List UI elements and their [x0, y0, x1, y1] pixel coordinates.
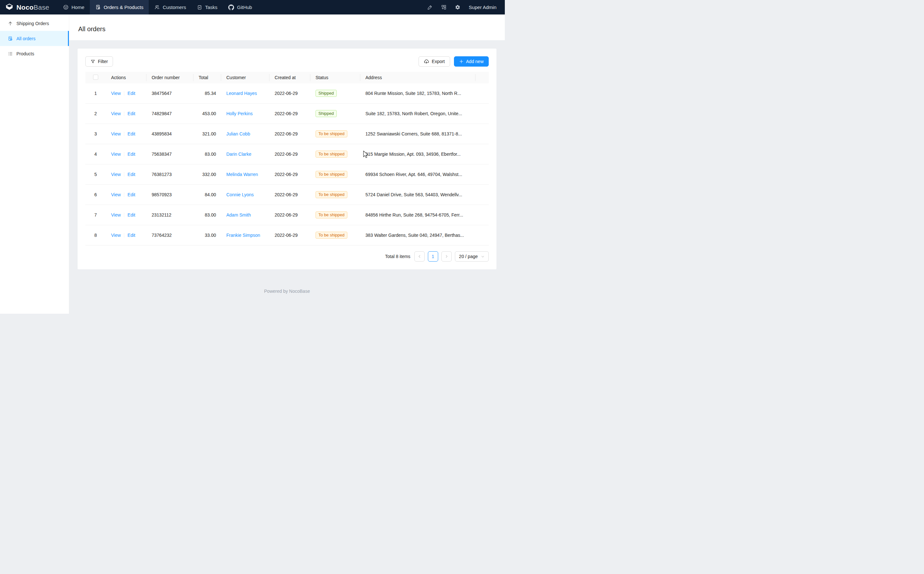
column-header-customer: Customer — [221, 72, 270, 84]
top-navbar: NocoBase Home Orders & Products Customer… — [0, 0, 505, 14]
total-cell: 33.00 — [193, 225, 221, 246]
nav-item-orders-products[interactable]: Orders & Products — [90, 0, 149, 14]
filter-button-label: Filter — [98, 59, 108, 64]
view-link[interactable]: View — [111, 233, 121, 238]
status-badge: To be shipped — [316, 151, 347, 158]
address-cell: 5724 Daniel Drive, Suite 563, 54403, Wen… — [360, 184, 475, 205]
row-index: 4 — [85, 144, 106, 164]
edit-link[interactable]: Edit — [128, 212, 135, 218]
nav-item-home[interactable]: Home — [58, 0, 90, 14]
total-cell: 321.00 — [193, 124, 221, 144]
export-button[interactable]: Export — [419, 56, 450, 66]
edit-link[interactable]: Edit — [128, 91, 135, 96]
view-link[interactable]: View — [111, 91, 121, 96]
empty-cell — [475, 205, 489, 225]
edit-link[interactable]: Edit — [128, 172, 135, 177]
filter-button[interactable]: Filter — [85, 56, 113, 66]
created-at-cell: 2022-06-29 — [270, 184, 310, 205]
customer-cell: Darin Clarke — [221, 144, 270, 164]
customer-link[interactable]: Frankie Simpson — [226, 233, 260, 238]
order-number-cell: 73764232 — [147, 225, 193, 246]
nav-item-label: GitHub — [237, 5, 252, 10]
customer-link[interactable]: Leonard Hayes — [226, 91, 257, 96]
table-row: 2ViewEdit74829847453.00Holly Perkins2022… — [85, 104, 489, 124]
total-cell: 332.00 — [193, 164, 221, 184]
sidebar-item-all-orders[interactable]: All orders — [0, 31, 69, 46]
total-cell: 83.00 — [193, 205, 221, 225]
page-size-select[interactable]: 20 / page — [455, 251, 489, 262]
order-number-cell: 74829847 — [147, 104, 193, 124]
add-new-button[interactable]: Add new — [454, 56, 489, 66]
view-link[interactable]: View — [111, 212, 121, 218]
chevron-left-icon — [418, 254, 422, 259]
status-badge: Shipped — [316, 110, 337, 117]
orders-table-body: 1ViewEdit3847564785.34Leonard Hayes2022-… — [85, 84, 489, 246]
nav-item-label: Home — [71, 5, 84, 10]
address-cell: 804 Runte Mission, Suite 182, 15783, Nor… — [360, 84, 475, 104]
order-number-cell: 76381273 — [147, 164, 193, 184]
row-actions: ViewEdit — [106, 144, 147, 164]
table-row: 1ViewEdit3847564785.34Leonard Hayes2022-… — [85, 84, 489, 104]
order-number-cell: 38475647 — [147, 84, 193, 104]
sidebar-item-label: All orders — [16, 36, 35, 41]
user-menu[interactable]: Super Admin — [469, 5, 496, 10]
total-cell: 83.00 — [193, 144, 221, 164]
nav-item-customers[interactable]: Customers — [149, 0, 191, 14]
customer-link[interactable]: Holly Perkins — [226, 111, 253, 116]
chevron-right-icon — [445, 254, 449, 259]
created-at-cell: 2022-06-29 — [270, 124, 310, 144]
pagination-page-1[interactable]: 1 — [428, 251, 438, 262]
pagination-total: Total 8 items — [385, 254, 411, 259]
nav-item-label: Orders & Products — [104, 5, 143, 10]
table-row: 3ViewEdit43895834321.00Julian Cobb2022-0… — [85, 124, 489, 144]
pagination-next-button[interactable] — [441, 251, 452, 262]
edit-link[interactable]: Edit — [128, 192, 135, 197]
actions-divider — [124, 172, 124, 177]
view-link[interactable]: View — [111, 131, 121, 136]
pagination-prev-button[interactable] — [414, 251, 425, 262]
customer-link[interactable]: Adam Smith — [226, 212, 251, 218]
nav-item-tasks[interactable]: Tasks — [191, 0, 223, 14]
customer-link[interactable]: Connie Lyons — [226, 192, 254, 197]
status-cell: To be shipped — [310, 184, 360, 205]
customer-cell: Melinda Warren — [221, 164, 270, 184]
view-link[interactable]: View — [111, 151, 121, 157]
nocobase-logo[interactable]: NocoBase — [0, 0, 58, 14]
row-index: 8 — [85, 225, 106, 246]
arrow-up-icon — [8, 21, 13, 26]
actions-divider — [124, 213, 124, 217]
column-header-actions: Actions — [106, 72, 147, 84]
ui-editor-pen-icon[interactable] — [427, 5, 433, 10]
page-header: All orders — [69, 14, 505, 40]
row-index: 2 — [85, 104, 106, 124]
sidebar-item-products[interactable]: Products — [0, 46, 69, 61]
view-link[interactable]: View — [111, 192, 121, 197]
created-at-cell: 2022-06-29 — [270, 225, 310, 246]
nav-item-github[interactable]: GitHub — [223, 0, 257, 14]
total-cell: 84.00 — [193, 184, 221, 205]
address-cell: 383 Walter Gardens, Suite 040, 24947, Be… — [360, 225, 475, 246]
empty-cell — [475, 164, 489, 184]
created-at-cell: 2022-06-29 — [270, 144, 310, 164]
edit-link[interactable]: Edit — [128, 233, 135, 238]
edit-link[interactable]: Edit — [128, 151, 135, 157]
nav-right-actions: Super Admin — [427, 0, 505, 14]
page-title: All orders — [78, 25, 105, 33]
customer-link[interactable]: Darin Clarke — [226, 151, 251, 157]
view-link[interactable]: View — [111, 111, 121, 116]
customer-link[interactable]: Melinda Warren — [226, 172, 258, 177]
select-all-checkbox[interactable] — [93, 75, 98, 80]
edit-link[interactable]: Edit — [128, 111, 135, 116]
edit-link[interactable]: Edit — [128, 131, 135, 136]
plugins-blocks-icon[interactable] — [441, 5, 447, 10]
sidebar-item-shipping-orders[interactable]: Shipping Orders — [0, 16, 69, 31]
gear-icon[interactable] — [455, 5, 460, 10]
nocobase-cube-icon — [5, 3, 14, 12]
order-number-cell: 98570923 — [147, 184, 193, 205]
document-check-icon — [95, 5, 101, 10]
row-actions: ViewEdit — [106, 164, 147, 184]
view-link[interactable]: View — [111, 172, 121, 177]
customer-link[interactable]: Julian Cobb — [226, 131, 250, 136]
task-check-icon — [197, 5, 202, 10]
empty-cell — [475, 124, 489, 144]
